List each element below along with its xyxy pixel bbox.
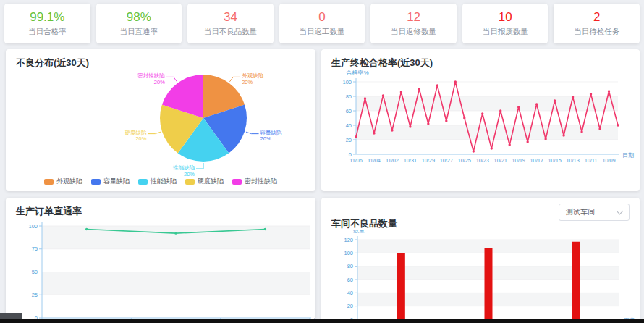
kpi-label: 当日待检任务	[574, 27, 619, 37]
svg-text:75: 75	[32, 246, 38, 252]
card-title: 生产终检合格率(近30天)	[321, 49, 640, 69]
svg-text:10/09: 10/09	[602, 157, 615, 164]
kpi-row: 99.1%当日合格率98%当日直通率34当日不良品数量0当日返工数量12当日返修…	[4, 4, 640, 43]
pie-legend: 外观缺陷容量缺陷性能缺陷硬度缺陷密封性缺陷	[6, 177, 315, 186]
svg-text:密封性缺陷20%: 密封性缺陷20%	[137, 72, 165, 85]
svg-text:10/23: 10/23	[476, 157, 489, 164]
legend-swatch	[185, 179, 195, 185]
svg-text:数量: 数量	[353, 230, 365, 234]
svg-text:10/29: 10/29	[422, 157, 435, 164]
svg-text:40: 40	[346, 122, 352, 129]
kpi-value: 34	[224, 11, 237, 23]
svg-text:性能缺陷20%: 性能缺陷20%	[172, 164, 195, 177]
legend-label: 容量缺陷	[103, 177, 130, 186]
workshop-select[interactable]: 测试车间	[559, 204, 630, 221]
svg-text:10/21: 10/21	[494, 157, 507, 164]
legend-swatch	[138, 179, 148, 185]
legend-item[interactable]: 硬度缺陷	[185, 177, 224, 186]
kpi-card: 99.1%当日合格率	[4, 4, 90, 43]
kpi-label: 当日返修数量	[391, 27, 436, 37]
final-pass-rate-chart: 020406080100合格率%日期11/0611/0411/0210/3110…	[321, 70, 640, 189]
bar	[572, 242, 580, 319]
svg-text:硬度缺陷20%: 硬度缺陷20%	[124, 130, 146, 143]
chevron-down-icon	[617, 208, 624, 215]
svg-text:11/02: 11/02	[386, 157, 399, 164]
legend-label: 性能缺陷	[151, 177, 177, 186]
kpi-value: 12	[407, 11, 420, 23]
legend-item[interactable]: 外观缺陷	[44, 177, 82, 186]
card-title: 不良分布(近30天)	[6, 49, 315, 69]
bar	[397, 253, 405, 319]
legend-label: 密封性缺陷	[245, 177, 277, 186]
svg-text:80: 80	[346, 93, 352, 100]
svg-text:直通率%: 直通率%	[32, 219, 54, 220]
svg-text:50: 50	[32, 269, 38, 275]
svg-text:120: 120	[344, 237, 353, 243]
kpi-card: 12当日返修数量	[370, 4, 457, 43]
window-bottom-bar	[0, 319, 644, 323]
kpi-value: 0	[318, 11, 325, 23]
card-defect-distribution: 不良分布(近30天) 外观缺陷20%容量缺陷20%性能缺陷20%硬度缺陷20%密…	[6, 49, 315, 191]
svg-text:100: 100	[28, 223, 38, 230]
svg-text:10/25: 10/25	[458, 157, 471, 164]
svg-text:10/27: 10/27	[440, 157, 453, 164]
workshop-select-value: 测试车间	[559, 207, 617, 217]
svg-text:11/06: 11/06	[349, 157, 363, 164]
kpi-value: 2	[593, 11, 600, 23]
svg-text:10/15: 10/15	[548, 157, 561, 164]
bar	[485, 248, 493, 319]
legend-item[interactable]: 容量缺陷	[91, 177, 130, 186]
legend-item[interactable]: 性能缺陷	[138, 177, 177, 186]
kpi-label: 当日合格率	[28, 27, 67, 37]
legend-item[interactable]: 密封性缺陷	[232, 177, 277, 186]
workshop-defect-chart: 020406080100120数量不良外观缺陷性能缺陷硬度缺陷	[321, 230, 640, 323]
legend-swatch	[91, 179, 101, 185]
card-order-pass-rate: 生产订单直通率 0255075100直通率%订单2402122402122402…	[6, 198, 315, 323]
svg-text:10/17: 10/17	[530, 157, 543, 164]
svg-text:11/04: 11/04	[368, 157, 381, 164]
svg-text:25: 25	[32, 292, 38, 298]
svg-text:合格率%: 合格率%	[346, 70, 368, 76]
kpi-label: 当日报废数量	[483, 27, 528, 37]
legend-label: 外观缺陷	[56, 177, 82, 186]
svg-text:100: 100	[344, 250, 353, 256]
card-workshop-defects: 测试车间 车间不良品数量 020406080100120数量不良外观缺陷性能缺陷…	[321, 198, 640, 323]
legend-label: 硬度缺陷	[198, 177, 224, 186]
kpi-label: 当日直通率	[120, 27, 158, 37]
defect-pie-chart: 外观缺陷20%容量缺陷20%性能缺陷20%硬度缺陷20%密封性缺陷20%	[6, 70, 315, 177]
card-title: 生产订单直通率	[6, 198, 315, 217]
kpi-value: 99.1%	[30, 11, 64, 23]
kpi-card: 2当日待检任务	[554, 4, 640, 43]
svg-text:10/11: 10/11	[585, 157, 598, 164]
kpi-card: 34当日不良品数量	[187, 4, 274, 43]
svg-text:40: 40	[347, 290, 353, 296]
legend-swatch	[44, 179, 54, 185]
legend-swatch	[232, 179, 242, 185]
svg-text:日期: 日期	[622, 152, 634, 159]
svg-text:80: 80	[347, 263, 353, 269]
kpi-value: 10	[499, 11, 512, 23]
kpi-card: 10当日报废数量	[462, 4, 548, 43]
kpi-label: 当日返工数量	[300, 27, 345, 37]
svg-text:10/31: 10/31	[404, 157, 417, 164]
kpi-card: 98%当日直通率	[96, 4, 182, 43]
order-pass-rate-chart: 0255075100直通率%订单240212240212240212	[6, 219, 315, 323]
svg-text:10/19: 10/19	[512, 157, 525, 164]
svg-text:10/13: 10/13	[566, 157, 579, 164]
svg-text:20: 20	[347, 303, 353, 309]
svg-text:外观缺陷20%: 外观缺陷20%	[242, 72, 263, 85]
svg-text:60: 60	[347, 277, 353, 283]
svg-text:容量缺陷20%: 容量缺陷20%	[260, 130, 282, 143]
kpi-value: 98%	[127, 11, 151, 23]
svg-text:20: 20	[346, 137, 352, 143]
svg-text:60: 60	[346, 108, 352, 114]
svg-text:100: 100	[342, 79, 352, 85]
kpi-label: 当日不良品数量	[204, 27, 258, 37]
card-final-pass-rate: 生产终检合格率(近30天) 020406080100合格率%日期11/0611/…	[321, 49, 640, 191]
kpi-card: 0当日返工数量	[279, 4, 365, 43]
